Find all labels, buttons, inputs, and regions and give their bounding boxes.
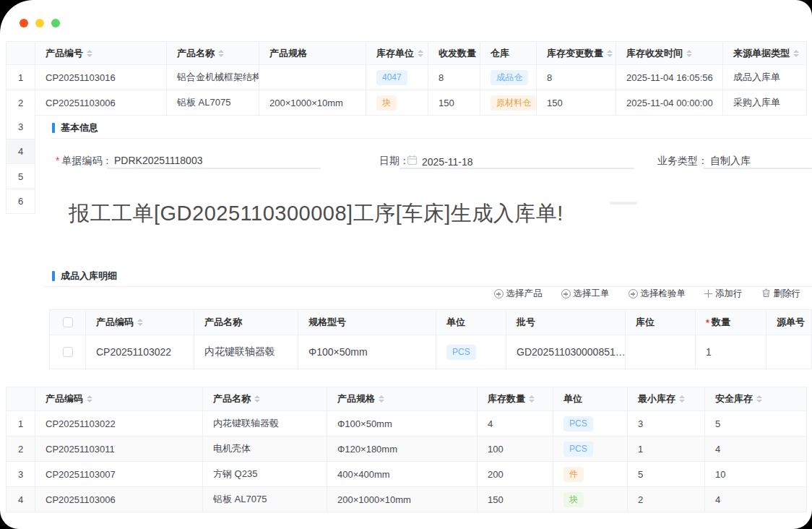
warehouse-tag: 成品仓	[491, 70, 528, 85]
select-product-button[interactable]: 选择产品	[494, 288, 543, 300]
cell-product-name: 方钢 Q235	[203, 462, 327, 487]
table-row[interactable]: CP20251103022 内花键联轴器毂 Φ100×50mm PCS GD20…	[50, 335, 812, 369]
header-source-doc-type[interactable]: 来源单据类型	[723, 42, 807, 65]
minimize-window-button[interactable]	[35, 19, 44, 27]
cell-product-code: CP20251103006	[35, 487, 203, 512]
cell-min-stock: 2	[628, 487, 705, 512]
sort-icon	[87, 50, 92, 57]
header-product-code[interactable]: 产品编码	[86, 310, 194, 335]
select-inspection-button[interactable]: 选择检验单	[629, 288, 686, 300]
workorder-toast-message: 报工工单[GD2025110300008]工序[车床]生成入库单!	[69, 199, 563, 228]
cell-product-name: 电机壳体	[203, 436, 327, 462]
biz-type-select[interactable]: 自制入库	[710, 155, 751, 168]
cell-stock-change-qty: 8	[537, 65, 616, 90]
header-min-stock[interactable]: 最小库存	[628, 387, 705, 411]
table-row[interactable]: 3 CP20251103007 方钢 Q235 400×400mm 200 件 …	[7, 462, 807, 487]
header-warehouse: 仓库	[480, 42, 537, 65]
section-title: 基本信息	[61, 121, 98, 134]
select-all-checkbox[interactable]	[63, 317, 73, 327]
cell-product-name: 铝板 AL7075	[167, 90, 259, 116]
maximize-window-button[interactable]	[51, 19, 60, 27]
header-source-doc-no: 源单号	[766, 310, 812, 335]
sort-icon	[529, 395, 535, 403]
header-stock-unit[interactable]: 库存单位	[366, 42, 428, 65]
table-row[interactable]: 2 CP20251103006 铝板 AL7075 200×1000×10mm …	[7, 90, 807, 116]
section-accent-bar	[52, 271, 55, 281]
row-number: 5	[7, 164, 35, 189]
cell-source-doc-type: 成品入库单	[723, 65, 807, 90]
inventory-header-row: 产品编码 产品名称 产品规格 库存数量 单位	[7, 387, 807, 411]
cell-min-stock: 3	[628, 411, 705, 436]
close-window-button[interactable]	[20, 19, 28, 27]
cell-inout-qty: 8	[428, 65, 480, 90]
header-product-spec[interactable]: 产品规格	[327, 387, 478, 411]
header-stock-change-qty[interactable]: 库存变更数量	[537, 42, 616, 65]
cell-location[interactable]	[626, 335, 696, 369]
cell-source-doc-no	[766, 335, 812, 369]
cell-product-code: CP20251103007	[35, 462, 203, 487]
row-number: 1	[7, 411, 35, 436]
cell-unit: PCS	[553, 436, 628, 462]
header-product-name[interactable]: 产品名称	[203, 387, 327, 411]
date-value: 2025-11-18	[422, 156, 473, 168]
doc-code-input[interactable]: PDRK20251118003	[114, 155, 202, 166]
circle-plus-icon	[561, 289, 571, 298]
cell-unit: PCS	[436, 335, 506, 369]
header-safe-stock[interactable]: 安全库存	[705, 387, 807, 411]
header-stock-time[interactable]: 库存收发时间	[616, 42, 723, 65]
row-checkbox[interactable]	[63, 347, 73, 357]
header-location: 库位	[626, 310, 696, 335]
date-input[interactable]: 2025-11-18	[407, 155, 473, 168]
cell-product-spec: 200×1000×10mm	[259, 90, 366, 116]
cell-product-name: 铝合金机械框架结构件	[167, 65, 259, 90]
header-inout-qty: 收发数量	[428, 42, 480, 65]
row-number: 2	[7, 90, 35, 116]
cell-stock-unit: 块	[366, 90, 428, 116]
cell-min-stock: 5	[628, 462, 705, 487]
cell-product-code: CP20251103016	[35, 65, 167, 90]
select-workorder-button[interactable]: 选择工单	[561, 288, 610, 300]
row-number-header	[7, 42, 35, 65]
cell-warehouse: 原材料仓	[480, 90, 537, 116]
biz-type-label: 业务类型：	[657, 155, 708, 168]
required-asterisk: *	[56, 155, 59, 166]
cell-quantity[interactable]: 1	[696, 335, 766, 369]
row-number: 3	[7, 462, 35, 487]
header-stock-qty[interactable]: 库存数量	[478, 387, 553, 411]
cell-stock-change-qty: 150	[537, 90, 616, 116]
header-product-code[interactable]: 产品编号	[35, 42, 167, 65]
sort-icon	[254, 395, 260, 403]
delete-row-button[interactable]: 删除行	[761, 288, 801, 300]
section-divider	[51, 138, 812, 139]
inventory-table: 产品编码 产品名称 产品规格 库存数量 单位	[6, 387, 807, 512]
table-row[interactable]: 1 CP20251103022 内花键联轴器毂 Φ100×50mm 4 PCS …	[7, 411, 807, 436]
cell-product-spec: 400×400mm	[327, 462, 478, 487]
unit-tag: PCS	[446, 345, 476, 360]
header-product-code[interactable]: 产品编码	[35, 387, 203, 411]
section-title: 成品入库明细	[61, 270, 117, 283]
table-row[interactable]: 2 CP20251103011 电机壳体 Φ120×180mm 100 PCS …	[7, 436, 807, 462]
cell-product-code: CP20251103022	[86, 335, 194, 369]
sort-icon	[607, 50, 613, 57]
add-row-button[interactable]: 添加行	[704, 288, 743, 300]
unit-tag: PCS	[563, 442, 593, 457]
detail-toolbar: 选择产品 选择工单 选择检验单 添加行	[405, 288, 800, 300]
cell-stock-qty: 100	[478, 436, 553, 462]
cell-product-spec: Φ100×50mm	[327, 411, 478, 436]
basic-info-section-header: 基本信息	[52, 121, 98, 134]
cell-warehouse: 成品仓	[480, 65, 537, 90]
unit-tag: 4047	[376, 70, 407, 85]
cell-stock-qty: 150	[478, 487, 553, 512]
header-product-name[interactable]: 产品名称	[167, 42, 259, 65]
table-row[interactable]: 4 CP20251103006 铝板 AL7075 200×1000×10mm …	[7, 487, 807, 512]
row-select-cell	[50, 335, 86, 369]
required-asterisk: *	[706, 317, 709, 328]
unit-tag: 件	[563, 467, 584, 482]
table-row[interactable]: 1 CP20251103016 铝合金机械框架结构件 4047 8 成品仓 8 …	[7, 65, 807, 90]
row-number: 6	[7, 189, 35, 214]
unit-tag: 块	[563, 492, 584, 507]
calendar-icon	[407, 155, 418, 168]
detail-section-header: 成品入库明细	[52, 270, 117, 283]
cell-safe-stock: 5	[705, 411, 807, 436]
cell-stock-time: 2025-11-04 00:00:00	[616, 90, 723, 116]
